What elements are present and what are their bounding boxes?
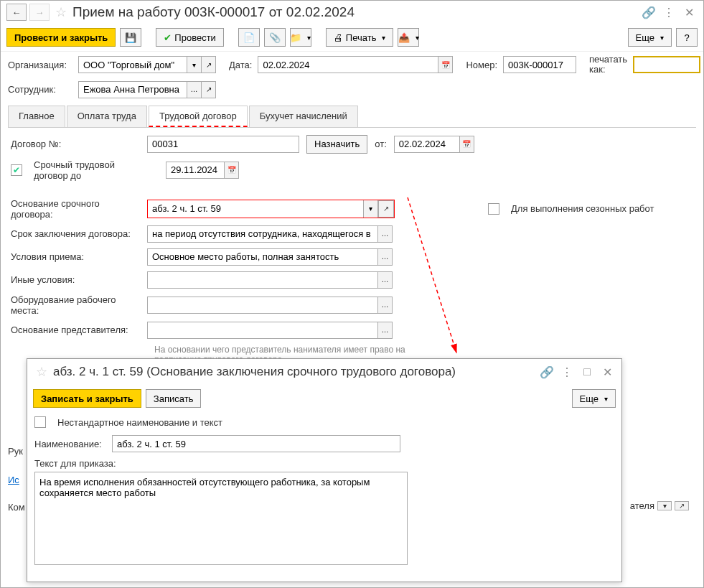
bg-text-kom: Ком xyxy=(8,502,25,513)
kebab-menu-icon[interactable]: ⋮ xyxy=(660,4,677,21)
employee-label: Сотрудник: xyxy=(8,84,72,95)
rep-basis-label: Основание представителя: xyxy=(11,325,140,335)
close-icon[interactable]: ✕ xyxy=(680,4,698,21)
popup-title: абз. 2 ч. 1 ст. 59 (Основание заключения… xyxy=(53,365,535,379)
equipment-dots-btn[interactable]: … xyxy=(377,297,392,313)
popup-save-close-button[interactable]: Записать и закрыть xyxy=(33,389,141,408)
post-and-close-button[interactable]: Провести и закрыть xyxy=(6,28,116,47)
term-label: Срок заключения договора: xyxy=(11,228,140,239)
tab-main[interactable]: Главное xyxy=(8,106,65,127)
print-dropdown-button[interactable]: 🖨 Печать xyxy=(326,28,394,47)
popup-link-icon[interactable]: 🔗 xyxy=(538,363,555,381)
other-input[interactable] xyxy=(148,272,377,288)
date-calendar-btn[interactable]: 📅 xyxy=(438,57,452,73)
bg-open-btn[interactable]: ↗ xyxy=(675,501,689,510)
employee-input[interactable] xyxy=(79,82,187,98)
date-label: Дата: xyxy=(229,60,252,70)
print-as-input[interactable] xyxy=(634,57,699,72)
org-label: Организация: xyxy=(8,60,72,70)
basis-label: Основание срочного договора: xyxy=(11,198,140,220)
print-as-label: печатать как: xyxy=(589,55,627,75)
order-text-label: Текст для приказа: xyxy=(34,458,614,469)
more-button[interactable]: Еще xyxy=(628,28,672,47)
rep-basis-input[interactable] xyxy=(148,322,377,338)
equipment-label: Оборудование рабочего места: xyxy=(11,294,140,316)
contract-num-input[interactable] xyxy=(148,136,299,152)
seasonal-checkbox[interactable] xyxy=(488,203,499,215)
basis-dropdown-btn[interactable]: ▾ xyxy=(363,200,377,218)
basis-input[interactable] xyxy=(148,200,363,218)
nav-back-button[interactable]: ← xyxy=(6,4,27,21)
tab-pay[interactable]: Оплата труда xyxy=(67,106,147,127)
equipment-input[interactable] xyxy=(148,297,377,313)
help-button[interactable]: ? xyxy=(676,28,698,47)
employee-dots-btn[interactable]: … xyxy=(187,82,201,98)
basis-open-btn[interactable]: ↗ xyxy=(378,200,394,218)
org-input[interactable] xyxy=(79,57,187,73)
popup-favorite-icon[interactable]: ☆ xyxy=(36,364,47,380)
bg-text-ruk: Рук xyxy=(8,446,23,457)
term-input[interactable] xyxy=(148,226,377,242)
nonstandard-checkbox[interactable] xyxy=(34,416,46,428)
number-input[interactable] xyxy=(504,57,576,73)
export-dropdown-button[interactable]: 📤 xyxy=(398,28,419,47)
folder-dropdown-button[interactable]: 📁 xyxy=(290,28,311,47)
post-button[interactable]: ✔Провести xyxy=(156,28,224,47)
order-text-textarea[interactable] xyxy=(34,472,408,565)
from-label: от: xyxy=(375,139,387,149)
name-label: Наименование: xyxy=(34,439,105,449)
fixed-term-checkbox[interactable]: ✔ xyxy=(11,164,22,176)
seasonal-label: Для выполнения сезонных работ xyxy=(511,203,654,214)
assign-button[interactable]: Назначить xyxy=(306,135,367,154)
other-label: Иные условия: xyxy=(11,274,140,285)
bg-dropdown-btn[interactable]: ▾ xyxy=(657,501,672,510)
org-dropdown-btn[interactable]: ▾ xyxy=(187,57,201,73)
document-icon-button[interactable]: 📄 xyxy=(238,28,260,47)
attach-icon-button[interactable]: 📎 xyxy=(264,28,286,47)
popup-more-button[interactable]: Еще xyxy=(572,389,616,408)
save-icon-button[interactable]: 💾 xyxy=(120,28,141,47)
date-input[interactable] xyxy=(258,57,438,73)
fixed-term-date-input[interactable] xyxy=(166,162,224,178)
fixed-term-label: Срочный трудовой договор до xyxy=(34,159,149,181)
from-date-input[interactable] xyxy=(395,136,459,152)
conditions-label: Условия приема: xyxy=(11,251,140,262)
popup-kebab-icon[interactable]: ⋮ xyxy=(558,363,576,381)
link-icon[interactable]: 🔗 xyxy=(640,4,657,21)
bg-link-isp[interactable]: Ис xyxy=(8,475,19,485)
popup-maximize-icon[interactable]: □ xyxy=(578,363,596,381)
org-open-btn[interactable]: ↗ xyxy=(201,57,215,73)
tab-accounting[interactable]: Бухучет начислений xyxy=(249,106,358,127)
rep-basis-dots-btn[interactable]: … xyxy=(377,322,392,338)
nonstandard-label: Нестандартное наименование и текст xyxy=(57,417,222,428)
contract-num-label: Договор №: xyxy=(11,139,140,149)
term-dots-btn[interactable]: … xyxy=(377,226,392,242)
bg-text-ateля: ателя xyxy=(630,500,654,511)
fixed-term-cal-btn[interactable]: 📅 xyxy=(224,162,238,178)
popup-close-icon[interactable]: ✕ xyxy=(599,363,616,381)
employee-open-btn[interactable]: ↗ xyxy=(201,82,215,98)
other-dots-btn[interactable]: … xyxy=(377,272,392,288)
window-title: Прием на работу 003К-000017 от 02.02.202… xyxy=(72,4,637,20)
tab-contract[interactable]: Трудовой договор xyxy=(149,106,248,127)
favorite-star-icon[interactable]: ☆ xyxy=(55,4,67,20)
name-input[interactable] xyxy=(113,436,400,452)
nav-forward-button[interactable]: → xyxy=(29,4,50,21)
conditions-input[interactable] xyxy=(148,249,377,265)
popup-save-button[interactable]: Записать xyxy=(146,389,202,408)
number-label: Номер: xyxy=(466,60,497,70)
conditions-dots-btn[interactable]: … xyxy=(377,249,392,265)
from-date-cal-btn[interactable]: 📅 xyxy=(459,136,474,152)
